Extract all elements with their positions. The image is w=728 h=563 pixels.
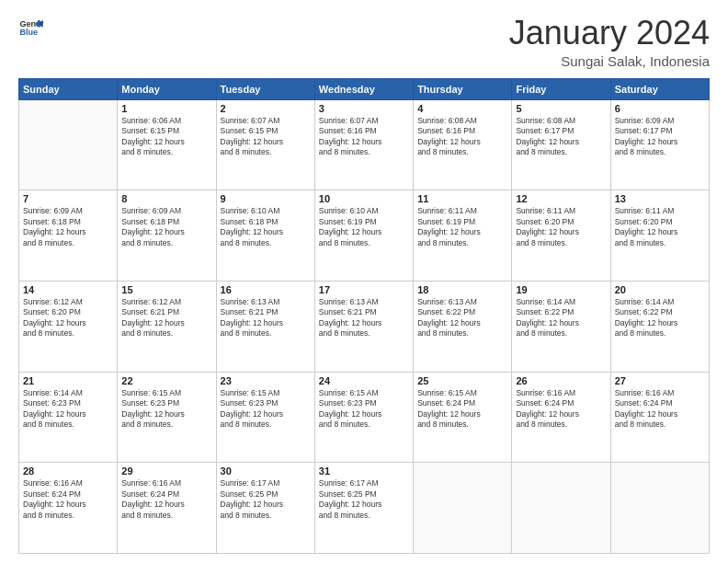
weekday-header-friday: Friday xyxy=(512,78,610,99)
logo: General Blue xyxy=(18,15,44,40)
day-number: 31 xyxy=(319,465,409,477)
calendar-cell: 18Sunrise: 6:13 AM Sunset: 6:22 PM Dayli… xyxy=(414,281,512,372)
weekday-header-monday: Monday xyxy=(118,78,216,99)
calendar-cell: 29Sunrise: 6:16 AM Sunset: 6:24 PM Dayli… xyxy=(118,463,216,554)
calendar-cell: 9Sunrise: 6:10 AM Sunset: 6:18 PM Daylig… xyxy=(216,190,314,282)
day-number: 15 xyxy=(121,284,211,295)
calendar-cell: 16Sunrise: 6:13 AM Sunset: 6:21 PM Dayli… xyxy=(216,281,314,372)
calendar-cell: 19Sunrise: 6:14 AM Sunset: 6:22 PM Dayli… xyxy=(512,281,610,372)
calendar-cell: 13Sunrise: 6:11 AM Sunset: 6:20 PM Dayli… xyxy=(610,190,709,282)
calendar-cell: 21Sunrise: 6:14 AM Sunset: 6:23 PM Dayli… xyxy=(19,372,118,463)
page: General Blue January 2024 Sungai Salak, … xyxy=(0,0,728,563)
day-number: 4 xyxy=(417,103,507,114)
day-number: 13 xyxy=(615,193,705,204)
day-number: 1 xyxy=(121,103,211,114)
day-number: 21 xyxy=(23,375,113,386)
day-number: 16 xyxy=(221,284,311,295)
calendar-cell: 15Sunrise: 6:12 AM Sunset: 6:21 PM Dayli… xyxy=(118,281,216,372)
day-info: Sunrise: 6:15 AM Sunset: 6:23 PM Dayligh… xyxy=(319,388,409,431)
calendar-cell: 20Sunrise: 6:14 AM Sunset: 6:22 PM Dayli… xyxy=(610,281,709,372)
week-row-2: 7Sunrise: 6:09 AM Sunset: 6:18 PM Daylig… xyxy=(19,190,710,282)
day-info: Sunrise: 6:12 AM Sunset: 6:21 PM Dayligh… xyxy=(121,297,211,339)
day-info: Sunrise: 6:16 AM Sunset: 6:24 PM Dayligh… xyxy=(516,388,606,431)
weekday-header-wednesday: Wednesday xyxy=(314,78,413,99)
day-number: 24 xyxy=(319,375,409,386)
day-number: 2 xyxy=(221,103,311,114)
day-info: Sunrise: 6:09 AM Sunset: 6:18 PM Dayligh… xyxy=(121,206,211,248)
day-number: 7 xyxy=(23,193,113,204)
day-number: 12 xyxy=(516,193,606,204)
calendar-cell: 14Sunrise: 6:12 AM Sunset: 6:20 PM Dayli… xyxy=(19,281,118,372)
day-number: 18 xyxy=(417,284,507,295)
day-number: 5 xyxy=(516,103,606,114)
calendar-cell: 10Sunrise: 6:10 AM Sunset: 6:19 PM Dayli… xyxy=(314,190,413,282)
calendar-cell: 23Sunrise: 6:15 AM Sunset: 6:23 PM Dayli… xyxy=(216,372,314,463)
header: General Blue January 2024 Sungai Salak, … xyxy=(18,15,710,69)
day-number: 22 xyxy=(121,375,211,386)
day-info: Sunrise: 6:07 AM Sunset: 6:15 PM Dayligh… xyxy=(221,116,311,158)
day-number: 3 xyxy=(319,103,409,114)
day-info: Sunrise: 6:07 AM Sunset: 6:16 PM Dayligh… xyxy=(319,116,409,158)
day-number: 19 xyxy=(516,284,606,295)
day-number: 6 xyxy=(615,103,705,114)
day-info: Sunrise: 6:15 AM Sunset: 6:23 PM Dayligh… xyxy=(121,388,211,431)
location-subtitle: Sungai Salak, Indonesia xyxy=(509,53,710,69)
day-number: 10 xyxy=(319,193,409,204)
day-number: 26 xyxy=(516,375,606,386)
day-info: Sunrise: 6:14 AM Sunset: 6:22 PM Dayligh… xyxy=(516,297,606,339)
calendar-cell: 4Sunrise: 6:08 AM Sunset: 6:16 PM Daylig… xyxy=(414,99,512,190)
calendar-cell: 1Sunrise: 6:06 AM Sunset: 6:15 PM Daylig… xyxy=(118,99,216,190)
calendar-table: SundayMondayTuesdayWednesdayThursdayFrid… xyxy=(18,78,710,554)
calendar-cell: 3Sunrise: 6:07 AM Sunset: 6:16 PM Daylig… xyxy=(314,99,413,190)
week-row-4: 21Sunrise: 6:14 AM Sunset: 6:23 PM Dayli… xyxy=(19,372,710,463)
day-info: Sunrise: 6:14 AM Sunset: 6:23 PM Dayligh… xyxy=(23,388,113,431)
day-info: Sunrise: 6:15 AM Sunset: 6:24 PM Dayligh… xyxy=(417,388,507,431)
calendar-cell: 26Sunrise: 6:16 AM Sunset: 6:24 PM Dayli… xyxy=(512,372,610,463)
calendar-cell: 2Sunrise: 6:07 AM Sunset: 6:15 PM Daylig… xyxy=(216,99,314,190)
calendar-cell: 27Sunrise: 6:16 AM Sunset: 6:24 PM Dayli… xyxy=(610,372,709,463)
month-title: January 2024 xyxy=(509,15,710,52)
day-info: Sunrise: 6:13 AM Sunset: 6:22 PM Dayligh… xyxy=(417,297,507,339)
day-number: 14 xyxy=(23,284,113,295)
weekday-header-row: SundayMondayTuesdayWednesdayThursdayFrid… xyxy=(19,78,710,99)
day-number: 23 xyxy=(221,375,311,386)
day-info: Sunrise: 6:10 AM Sunset: 6:18 PM Dayligh… xyxy=(221,206,311,248)
day-number: 30 xyxy=(221,465,311,477)
calendar-cell: 28Sunrise: 6:16 AM Sunset: 6:24 PM Dayli… xyxy=(19,463,118,554)
day-info: Sunrise: 6:09 AM Sunset: 6:18 PM Dayligh… xyxy=(23,206,113,248)
day-info: Sunrise: 6:15 AM Sunset: 6:23 PM Dayligh… xyxy=(221,388,311,431)
day-number: 27 xyxy=(615,375,705,386)
calendar-cell xyxy=(19,99,118,190)
svg-text:Blue: Blue xyxy=(19,28,38,37)
day-info: Sunrise: 6:16 AM Sunset: 6:24 PM Dayligh… xyxy=(121,478,211,521)
calendar-cell xyxy=(610,463,709,554)
day-number: 20 xyxy=(615,284,705,295)
day-info: Sunrise: 6:16 AM Sunset: 6:24 PM Dayligh… xyxy=(23,478,113,521)
day-info: Sunrise: 6:11 AM Sunset: 6:19 PM Dayligh… xyxy=(417,206,507,248)
day-info: Sunrise: 6:08 AM Sunset: 6:16 PM Dayligh… xyxy=(417,116,507,158)
day-info: Sunrise: 6:10 AM Sunset: 6:19 PM Dayligh… xyxy=(319,206,409,248)
calendar-cell xyxy=(512,463,610,554)
calendar-cell: 5Sunrise: 6:08 AM Sunset: 6:17 PM Daylig… xyxy=(512,99,610,190)
day-info: Sunrise: 6:11 AM Sunset: 6:20 PM Dayligh… xyxy=(516,206,606,248)
day-info: Sunrise: 6:14 AM Sunset: 6:22 PM Dayligh… xyxy=(615,297,705,339)
week-row-1: 1Sunrise: 6:06 AM Sunset: 6:15 PM Daylig… xyxy=(19,99,710,190)
calendar-cell xyxy=(414,463,512,554)
weekday-header-saturday: Saturday xyxy=(610,78,709,99)
day-number: 17 xyxy=(319,284,409,295)
calendar-cell: 12Sunrise: 6:11 AM Sunset: 6:20 PM Dayli… xyxy=(512,190,610,282)
calendar-cell: 7Sunrise: 6:09 AM Sunset: 6:18 PM Daylig… xyxy=(19,190,118,282)
title-block: January 2024 Sungai Salak, Indonesia xyxy=(509,15,710,69)
calendar-cell: 6Sunrise: 6:09 AM Sunset: 6:17 PM Daylig… xyxy=(610,99,709,190)
day-info: Sunrise: 6:06 AM Sunset: 6:15 PM Dayligh… xyxy=(121,116,211,158)
day-number: 8 xyxy=(121,193,211,204)
calendar-cell: 22Sunrise: 6:15 AM Sunset: 6:23 PM Dayli… xyxy=(118,372,216,463)
weekday-header-sunday: Sunday xyxy=(19,78,118,99)
day-info: Sunrise: 6:12 AM Sunset: 6:20 PM Dayligh… xyxy=(23,297,113,339)
day-info: Sunrise: 6:13 AM Sunset: 6:21 PM Dayligh… xyxy=(319,297,409,339)
calendar-cell: 17Sunrise: 6:13 AM Sunset: 6:21 PM Dayli… xyxy=(314,281,413,372)
day-info: Sunrise: 6:08 AM Sunset: 6:17 PM Dayligh… xyxy=(516,116,606,158)
day-number: 25 xyxy=(417,375,507,386)
day-number: 9 xyxy=(221,193,311,204)
weekday-header-thursday: Thursday xyxy=(414,78,512,99)
